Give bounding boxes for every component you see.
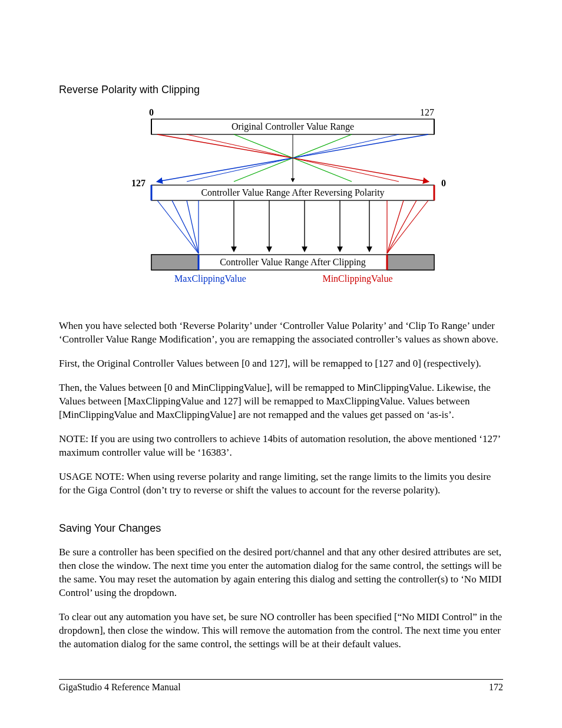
heading-saving-changes: Saving Your Changes: [59, 521, 503, 535]
footer-title: GigaStudio 4 Reference Manual: [59, 681, 181, 694]
svg-line-11: [387, 200, 428, 253]
svg-line-13: [387, 200, 404, 253]
paragraph-7: To clear out any automation you have set…: [59, 611, 503, 651]
polarity-diagram: 0 127 Original Controller Value Range 12…: [116, 107, 446, 296]
paragraph-3: Then, the Values between [0 and MinClipp…: [59, 381, 503, 422]
label-mid-left: 127: [131, 178, 146, 188]
clip-region-left: [151, 255, 199, 270]
label-original: Original Controller Value Range: [232, 121, 354, 132]
paragraph-1: When you have selected both ‘Reverse Pol…: [59, 319, 503, 347]
label-max-clip: MaxClippingValue: [174, 274, 246, 284]
paragraph-5: USAGE NOTE: When using reverse polarity …: [59, 470, 503, 498]
footer-pageno: 172: [489, 681, 503, 694]
page-footer: GigaStudio 4 Reference Manual 172: [59, 681, 503, 694]
svg-line-8: [172, 200, 199, 253]
label-min-clip: MinClippingValue: [322, 274, 392, 284]
clip-region-right: [387, 255, 434, 270]
paragraph-4: NOTE: If you are using two controllers t…: [59, 433, 503, 460]
paragraph-2: First, the Original Controller Values be…: [59, 357, 503, 371]
footer-rule: [59, 679, 503, 680]
heading-reverse-polarity: Reverse Polarity with Clipping: [59, 83, 503, 97]
page: Reverse Polarity with Clipping 0 127 Ori…: [0, 0, 562, 728]
paragraph-6: Be sure a controller has been specified …: [59, 546, 503, 600]
label-top-right: 127: [420, 107, 434, 117]
label-mid-right: 0: [441, 178, 446, 188]
label-top-left: 0: [149, 107, 154, 117]
label-reversed: Controller Value Range After Reversing P…: [201, 187, 384, 198]
label-clipped: Controller Value Range After Clipping: [220, 257, 366, 268]
svg-line-12: [387, 200, 416, 253]
